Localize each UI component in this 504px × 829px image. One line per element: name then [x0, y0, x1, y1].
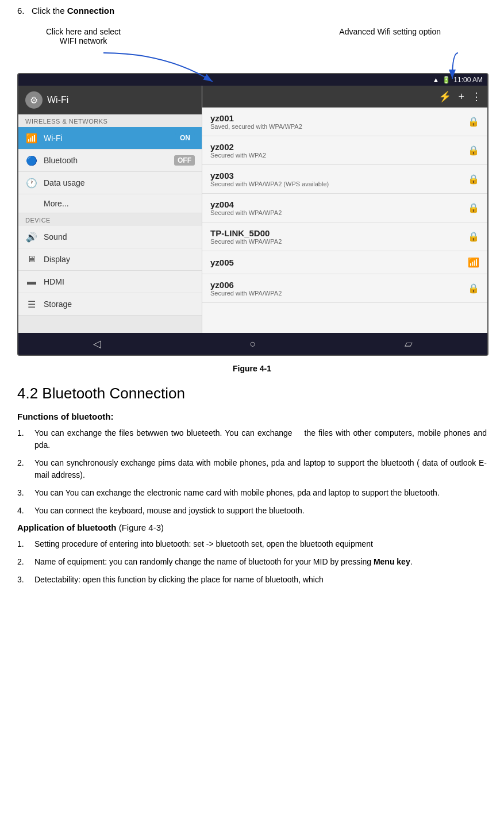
sidebar-item-storage[interactable]: ☰ Storage: [18, 293, 202, 316]
signal-secured-icon-yz001: 🔒: [468, 116, 479, 127]
function-item-2: 2. You can synchronously exchange pims d…: [17, 457, 487, 481]
bottom-nav: ◁ ○ ▱: [18, 333, 487, 355]
app-item-2: 2. Name of equipment: you can randomly c…: [17, 556, 487, 568]
settings-gear-icon: ⚙: [25, 91, 43, 109]
network-info-yz006: yz006 Secured with WPA/WPA2: [210, 280, 282, 297]
network-desc-yz004: Secured with WPA/WPA2: [210, 209, 282, 216]
sidebar-item-sound[interactable]: 🔊 Sound: [18, 226, 202, 248]
sidebar-item-wifi[interactable]: 📶 Wi-Fi ON: [18, 127, 202, 149]
network-item-yz001[interactable]: yz001 Saved, secured with WPA/WPA2 🔒: [202, 108, 487, 136]
app-text-1: Setting procedure of entering into bluet…: [34, 538, 373, 550]
app-item-1: 1. Setting procedure of entering into bl…: [17, 538, 487, 550]
network-desc-yz002: Secured with WPA2: [210, 152, 266, 159]
network-name-tplink: TP-LINK_5D00: [210, 228, 282, 238]
network-item-yz006[interactable]: yz006 Secured with WPA/WPA2 🔒: [202, 274, 487, 303]
recents-button[interactable]: ▱: [405, 337, 413, 350]
network-info-yz002: yz002 Secured with WPA2: [210, 142, 266, 159]
hdmi-label: HDMI: [44, 277, 195, 286]
network-desc-yz001: Saved, secured with WPA/WPA2: [210, 123, 302, 130]
network-name-yz004: yz004: [210, 199, 282, 209]
network-name-yz003: yz003: [210, 171, 329, 181]
signal-secured-icon-yz004: 🔒: [468, 202, 479, 213]
network-desc-yz006: Secured with WPA/WPA2: [210, 290, 282, 297]
function-text-1: You can exchange the files betwwen two b…: [34, 427, 487, 451]
network-item-tplink[interactable]: TP-LINK_5D00 Secured with WPA/WPA2 🔒: [202, 222, 487, 251]
network-info-yz004: yz004 Secured with WPA/WPA2: [210, 199, 282, 216]
bluetooth-label: Bluetooth: [44, 156, 168, 165]
app-bluetooth-bold: Application of bluetooth: [17, 523, 116, 532]
figure-caption: Figure 4-1: [17, 364, 487, 373]
more-label: More...: [25, 199, 195, 208]
network-info-yz005: yz005: [210, 258, 234, 267]
app-bluetooth-rest: (Figure 4-3): [116, 523, 164, 532]
network-item-yz004[interactable]: yz004 Secured with WPA/WPA2 🔒: [202, 194, 487, 222]
datausage-icon: 🕐: [25, 176, 38, 189]
sidebar-item-datausage[interactable]: 🕐 Data usage: [18, 172, 202, 194]
network-name-yz002: yz002: [210, 142, 266, 152]
function-num-4: 4.: [17, 505, 29, 517]
page-wrapper: 6. Click the Connection Click here and s…: [0, 0, 504, 609]
network-item-yz005[interactable]: yz005 📶: [202, 251, 487, 274]
function-num-1: 1.: [17, 427, 29, 451]
app-text-3: Detectability: open this function by cli…: [34, 574, 324, 586]
more-options-icon[interactable]: ⋮: [471, 90, 482, 103]
bluetooth-icon: 🔵: [25, 154, 38, 167]
function-item-3: 3. You can You can exchange the electron…: [17, 487, 487, 499]
sidebar-top-bar: ⚙ Wi-Fi: [18, 86, 202, 114]
function-num-2: 2.: [17, 457, 29, 481]
network-name-yz005: yz005: [210, 258, 234, 267]
wifi-toggle[interactable]: ON: [175, 133, 195, 143]
left-sidebar: ⚙ Wi-Fi WIRELESS & NETWORKS 📶 Wi-Fi ON 🔵…: [18, 86, 202, 333]
function-text-3: You can You can exchange the electronic …: [34, 487, 440, 499]
function-text-4: You can connect the keyboard, mouse and …: [34, 505, 305, 517]
sidebar-item-bluetooth[interactable]: 🔵 Bluetooth OFF: [18, 149, 202, 172]
right-arrow-icon: [395, 50, 464, 82]
storage-label: Storage: [44, 300, 195, 309]
app-bluetooth-line: Application of bluetooth (Figure 4-3): [17, 523, 487, 532]
annotation-area: Click here and select WIFI network Advan…: [17, 21, 487, 73]
sidebar-item-display[interactable]: 🖥 Display: [18, 248, 202, 271]
wifi-label: Wi-Fi: [44, 133, 170, 143]
sound-label: Sound: [44, 232, 195, 241]
network-info-tplink: TP-LINK_5D00 Secured with WPA/WPA2: [210, 228, 282, 245]
app-num-3: 3.: [17, 574, 29, 586]
app-num-1: 1.: [17, 538, 29, 550]
network-item-yz002[interactable]: yz002 Secured with WPA2 🔒: [202, 136, 487, 165]
function-num-3: 3.: [17, 487, 29, 499]
left-arrow-icon: [98, 50, 247, 85]
section6-bold: Connection: [67, 6, 115, 16]
sidebar-item-more[interactable]: More...: [18, 194, 202, 213]
right-content: ⚡ + ⋮ yz001 Saved, secured with WPA/WPA2…: [202, 86, 487, 333]
display-label: Display: [44, 255, 195, 264]
sidebar-item-hdmi[interactable]: ▬ HDMI: [18, 271, 202, 293]
display-icon: 🖥: [25, 253, 38, 266]
storage-icon: ☰: [25, 298, 38, 310]
phone-screenshot: ▲ 🔋 11:00 AM ⚙ Wi-Fi WIRELESS & NETWORKS…: [17, 73, 488, 356]
wireless-networks-label: WIRELESS & NETWORKS: [18, 114, 202, 127]
home-button[interactable]: ○: [250, 338, 256, 350]
network-info-yz003: yz003 Secured with WPA/WPA2 (WPS availab…: [210, 171, 329, 187]
device-label: DEVICE: [18, 213, 202, 226]
function-item-4: 4. You can connect the keyboard, mouse a…: [17, 505, 487, 517]
signal-secured-icon-yz006: 🔒: [468, 283, 479, 294]
function-text-2: You can synchronously exchange pims data…: [34, 457, 487, 481]
section6-header: 6. Click the Connection: [17, 6, 487, 16]
functions-title: Functions of bluetooth:: [17, 412, 487, 421]
annotation-right: Advanced Wifi setting option: [339, 27, 441, 36]
bluetooth-toggle[interactable]: OFF: [174, 155, 195, 166]
add-network-icon[interactable]: +: [458, 91, 464, 103]
network-item-yz003[interactable]: yz003 Secured with WPA/WPA2 (WPS availab…: [202, 165, 487, 194]
wifi-icon: 📶: [25, 132, 38, 144]
app-text-2-part1: Name of equipment: you can randomly chan…: [34, 556, 413, 568]
sidebar-wifi-title: Wi-Fi: [47, 95, 68, 105]
sound-icon: 🔊: [25, 231, 38, 243]
network-desc-yz003: Secured with WPA/WPA2 (WPS available): [210, 181, 329, 187]
network-desc-tplink: Secured with WPA/WPA2: [210, 238, 282, 245]
wifi-screen: ⚙ Wi-Fi WIRELESS & NETWORKS 📶 Wi-Fi ON 🔵…: [18, 86, 487, 333]
back-button[interactable]: ◁: [93, 337, 101, 350]
signal-icon-yz005: 📶: [468, 257, 479, 268]
network-name-yz001: yz001: [210, 113, 302, 123]
datausage-label: Data usage: [44, 178, 195, 187]
hdmi-icon: ▬: [25, 275, 38, 288]
signal-secured-icon-yz003: 🔒: [468, 174, 479, 185]
